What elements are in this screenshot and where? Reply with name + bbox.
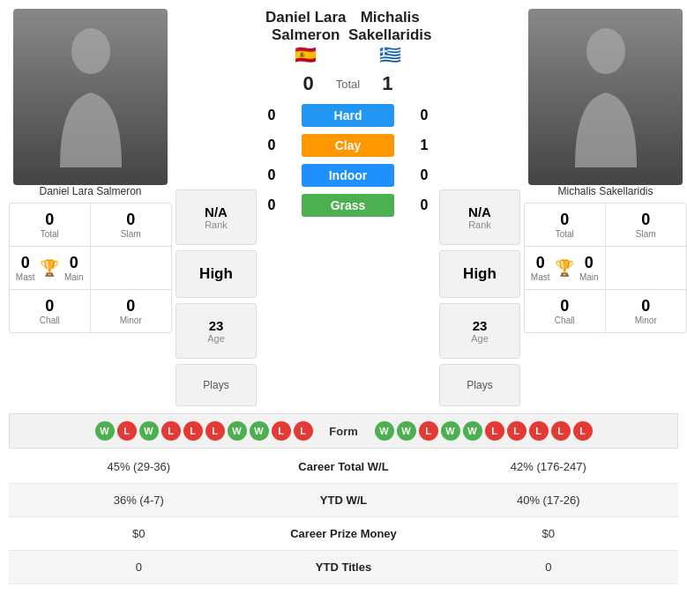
stat-row: 36% (4-7) YTD W/L 40% (17-26) <box>9 484 678 517</box>
left-mast-trophy-row: 0 Mast 🏆 0 Main <box>10 247 91 290</box>
right-total-cell: 0 Total <box>525 204 606 247</box>
right-high-box: High <box>439 250 520 298</box>
right-main-cell-empty <box>606 247 687 290</box>
right-rank-box: N/A Rank <box>439 189 520 245</box>
stat-right-value: 0 <box>419 551 679 583</box>
grass-right-score: 0 <box>416 197 432 213</box>
right-chall-cell: 0 Chall <box>525 290 606 332</box>
stat-left-value: 36% (4-7) <box>9 484 269 516</box>
left-form-badge: W <box>250 421 269 441</box>
right-form-badge: L <box>573 421 593 441</box>
left-minor-value: 0 <box>94 297 168 315</box>
left-main-cell <box>91 247 172 290</box>
stat-center-label: Career Prize Money <box>269 517 419 550</box>
right-main-label: Main <box>579 272 599 282</box>
stat-right-value: $0 <box>419 517 679 550</box>
left-trophy-icon: 🏆 <box>40 258 59 278</box>
left-high-value: High <box>183 265 249 283</box>
left-form-badge: W <box>139 421 159 441</box>
hard-left-score: 0 <box>264 108 280 123</box>
right-form-badge: L <box>507 421 526 441</box>
stat-center-label: YTD Titles <box>269 551 419 583</box>
right-slam-cell: 0 Slam <box>606 204 687 247</box>
stat-right-value: 40% (17-26) <box>419 484 679 516</box>
left-form-badge: L <box>272 421 291 441</box>
right-form-badge: L <box>419 421 438 441</box>
left-chall-label: Chall <box>13 315 86 325</box>
right-age-box: 23 Age <box>439 303 520 359</box>
left-form-badge: W <box>95 421 115 441</box>
right-form-badges: WWLWWLLLLL <box>375 421 669 441</box>
right-total-value: 0 <box>528 211 601 229</box>
left-form-badge: L <box>117 421 137 441</box>
right-mast-trophy-row: 0 Mast 🏆 0 Main <box>525 247 606 290</box>
left-player-name-label: Daniel Lara Salmeron <box>39 185 141 197</box>
svg-point-1 <box>586 28 625 74</box>
right-form-badge: L <box>529 421 549 441</box>
right-flag: 🇬🇷 <box>348 44 433 65</box>
left-total-label: Total <box>13 229 86 239</box>
right-total-label: Total <box>528 229 601 239</box>
right-form-badge: W <box>397 421 416 441</box>
form-section: WLWLLLWWLL Form WWLWWLLLLL <box>9 413 678 449</box>
right-mast-label: Mast <box>531 272 550 282</box>
right-chall-label: Chall <box>528 315 601 325</box>
stat-right-value: 42% (176-247) <box>419 450 679 483</box>
right-rank-value: N/A <box>447 204 512 219</box>
left-flag: 🇪🇸 <box>264 44 348 65</box>
left-slam-label: Slam <box>94 229 168 239</box>
left-plays-label: Plays <box>183 379 249 391</box>
right-form-badge: W <box>441 421 460 441</box>
right-trophy-icon: 🏆 <box>555 258 574 278</box>
left-age-value: 23 <box>183 318 249 333</box>
left-player-photo <box>13 9 168 185</box>
indoor-badge: Indoor <box>302 164 394 187</box>
left-rank-box: N/A Rank <box>175 189 257 245</box>
score-right-total: 1 <box>382 72 392 95</box>
left-form-badge: W <box>228 421 247 441</box>
right-age-value: 23 <box>447 318 512 333</box>
left-form-badge: L <box>205 421 225 441</box>
left-rank-value: N/A <box>183 204 249 219</box>
right-form-badge: L <box>485 421 504 441</box>
right-age-label: Age <box>447 333 512 344</box>
left-total-value: 0 <box>13 211 86 229</box>
stat-row: 0 YTD Titles 0 <box>9 551 678 584</box>
right-form-badge: L <box>551 421 571 441</box>
surface-scores: 0 Hard 0 0 Clay 1 0 Indoor 0 0 Grass <box>264 104 432 217</box>
right-main-value: 0 <box>579 254 599 272</box>
score-left-total: 0 <box>303 72 314 95</box>
svg-point-0 <box>71 28 110 74</box>
right-player-name-label: Michalis Sakellaridis <box>557 185 653 197</box>
stat-row: 45% (29-36) Career Total W/L 42% (176-24… <box>9 450 678 484</box>
stats-section: 45% (29-36) Career Total W/L 42% (176-24… <box>9 450 678 584</box>
right-form-badge: W <box>375 421 394 441</box>
left-total-cell: 0 Total <box>10 204 91 247</box>
form-label: Form <box>313 425 375 438</box>
right-rank-label: Rank <box>447 219 512 230</box>
left-slam-value: 0 <box>94 211 168 229</box>
right-slam-value: 0 <box>609 211 683 229</box>
left-slam-cell: 0 Slam <box>91 204 172 247</box>
stat-left-value: 0 <box>9 551 269 583</box>
left-minor-label: Minor <box>94 315 168 325</box>
score-total-label: Total <box>336 78 360 91</box>
right-player-center-name: MichalisSakellaridis <box>348 9 433 44</box>
stat-left-value: $0 <box>9 517 269 550</box>
indoor-left-score: 0 <box>264 167 280 183</box>
left-rank-label: Rank <box>183 219 249 230</box>
right-chall-value: 0 <box>528 297 601 315</box>
right-plays-box: Plays <box>439 364 520 406</box>
left-form-badges: WLWLLLWWLL <box>19 421 313 441</box>
stat-center-label: YTD W/L <box>269 484 419 516</box>
right-minor-cell: 0 Minor <box>606 290 687 332</box>
stat-row: $0 Career Prize Money $0 <box>9 517 678 551</box>
clay-badge: Clay <box>302 134 394 157</box>
right-plays-label: Plays <box>447 379 512 391</box>
left-age-box: 23 Age <box>175 303 257 359</box>
right-minor-label: Minor <box>609 315 683 325</box>
left-age-label: Age <box>183 333 249 344</box>
left-chall-cell: 0 Chall <box>10 290 91 332</box>
clay-right-score: 1 <box>416 137 432 153</box>
stat-center-label: Career Total W/L <box>269 450 419 483</box>
